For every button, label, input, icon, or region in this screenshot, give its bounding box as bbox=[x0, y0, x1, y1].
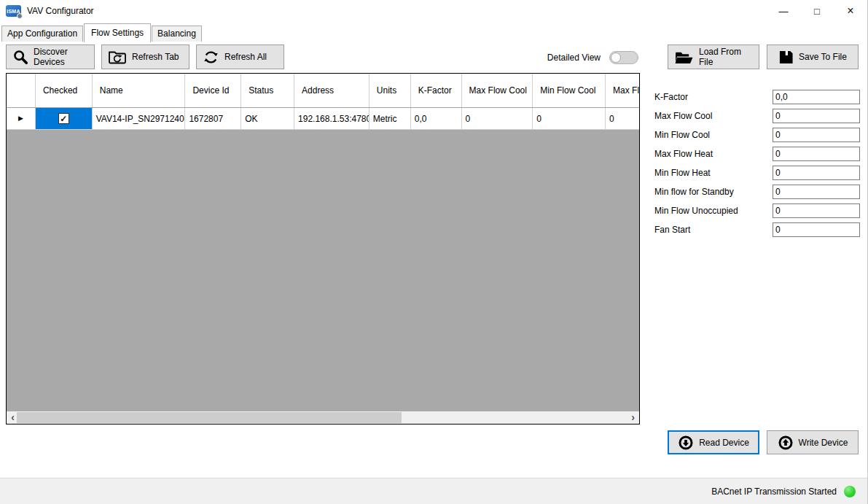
min-flow-cool-label: Min Flow Cool bbox=[654, 130, 773, 140]
download-circle-icon bbox=[678, 435, 694, 451]
read-device-button[interactable]: Read Device bbox=[668, 430, 759, 454]
status-bar: BACnet IP Transmission Started bbox=[0, 478, 867, 504]
fan-start-label: Fan Start bbox=[654, 225, 773, 235]
tab-flow-settings[interactable]: Flow Settings bbox=[84, 23, 151, 42]
scrollbar-thumb[interactable] bbox=[17, 412, 402, 423]
write-device-label: Write Device bbox=[799, 438, 848, 448]
form-row-max-flow-cool: Max Flow Cool bbox=[654, 108, 860, 124]
min-flow-heat-field[interactable] bbox=[773, 166, 860, 180]
column-header-status[interactable]: Status bbox=[241, 74, 294, 107]
load-from-file-button[interactable]: Load From File bbox=[668, 44, 759, 69]
k-factor-label: K-Factor bbox=[654, 92, 773, 102]
form-row-min-flow-cool: Min Flow Cool bbox=[654, 127, 860, 143]
min-flow-cool-field[interactable] bbox=[773, 128, 860, 142]
status-text: BACnet IP Transmission Started bbox=[711, 486, 837, 497]
tab-app-configuration[interactable]: App Configuration bbox=[1, 26, 83, 42]
app-window: ISMA VAV Configurator — □ × App Configur… bbox=[0, 0, 868, 504]
form-row-min-flow-standby: Min flow for Standby bbox=[654, 184, 860, 200]
current-row-pointer-icon: ▶ bbox=[18, 115, 23, 122]
column-header-max-flow-heat[interactable]: Max Flo bbox=[606, 74, 639, 107]
column-header-address[interactable]: Address bbox=[294, 74, 370, 107]
form-row-k-factor: K-Factor bbox=[654, 89, 860, 105]
form-row-fan-start: Fan Start bbox=[654, 222, 860, 238]
device-checkbox[interactable]: ✓ bbox=[58, 113, 69, 124]
detailed-view-toggle[interactable] bbox=[609, 51, 638, 64]
min-flow-standby-field[interactable] bbox=[773, 185, 860, 199]
titlebar: ISMA VAV Configurator — □ × bbox=[0, 0, 867, 22]
units-cell[interactable]: Metric bbox=[370, 108, 411, 129]
check-icon: ✓ bbox=[60, 115, 67, 123]
min-flow-heat-label: Min Flow Heat bbox=[654, 168, 773, 178]
detailed-view-label: Detailed View bbox=[547, 53, 601, 63]
min-flow-unoccupied-label: Min Flow Unoccupied bbox=[654, 206, 773, 216]
scroll-right-icon[interactable]: › bbox=[627, 411, 639, 424]
close-button[interactable]: × bbox=[834, 0, 867, 22]
load-from-file-label: Load From File bbox=[699, 47, 753, 67]
save-to-file-label: Save To File bbox=[799, 52, 847, 62]
horizontal-scrollbar[interactable]: ‹ › bbox=[7, 411, 639, 424]
k-factor-cell[interactable]: 0,0 bbox=[411, 108, 462, 129]
max-flow-heat-field[interactable] bbox=[773, 147, 860, 161]
max-flow-cool-field[interactable] bbox=[773, 109, 860, 123]
address-cell[interactable]: 192.168.1.53:47808 bbox=[294, 108, 370, 129]
app-logo-icon: ISMA bbox=[6, 5, 21, 17]
status-cell[interactable]: OK bbox=[241, 108, 294, 129]
column-header-device-id[interactable]: Device Id bbox=[185, 74, 241, 107]
name-cell[interactable]: VAV14-IP_SN2971240039 bbox=[93, 108, 186, 129]
column-header-k-factor[interactable]: K-Factor bbox=[411, 74, 462, 107]
detailed-view-group: Detailed View bbox=[503, 50, 638, 66]
discover-devices-label: Discover Devices bbox=[34, 47, 88, 67]
refresh-tab-button[interactable]: Refresh Tab bbox=[101, 44, 189, 69]
refresh-tab-label: Refresh Tab bbox=[132, 52, 179, 62]
write-device-button[interactable]: Write Device bbox=[767, 430, 859, 454]
device-grid: Checked Name Device Id Status Address Un… bbox=[6, 73, 640, 424]
flow-settings-form: K-Factor Max Flow Cool Min Flow Cool Max… bbox=[654, 89, 860, 241]
max-flow-heat-cell[interactable]: 0 bbox=[606, 108, 639, 129]
row-header-cell[interactable]: ▶ bbox=[7, 108, 36, 129]
open-folder-icon bbox=[674, 50, 694, 65]
column-header-max-flow-cool[interactable]: Max Flow Cool bbox=[462, 74, 533, 107]
form-row-max-flow-heat: Max Flow Heat bbox=[654, 146, 860, 162]
fan-start-field[interactable] bbox=[773, 222, 860, 237]
min-flow-standby-label: Min flow for Standby bbox=[654, 187, 773, 197]
discover-devices-button[interactable]: Discover Devices bbox=[6, 44, 95, 69]
window-controls: — □ × bbox=[767, 0, 867, 22]
min-flow-cool-cell[interactable]: 0 bbox=[533, 108, 606, 129]
grid-header-row: Checked Name Device Id Status Address Un… bbox=[7, 74, 639, 108]
device-id-cell[interactable]: 1672807 bbox=[185, 108, 241, 129]
grid-corner-header bbox=[7, 74, 36, 107]
save-to-file-button[interactable]: Save To File bbox=[767, 44, 859, 69]
k-factor-field[interactable] bbox=[773, 90, 860, 104]
search-icon bbox=[12, 49, 28, 65]
tab-strip: App Configuration Flow Settings Balancin… bbox=[1, 23, 203, 42]
grid-empty-area bbox=[7, 130, 639, 411]
toggle-knob-icon bbox=[611, 53, 621, 63]
form-row-min-flow-unoccupied: Min Flow Unoccupied bbox=[654, 203, 860, 219]
max-flow-heat-label: Max Flow Heat bbox=[654, 149, 773, 159]
table-row[interactable]: ▶ ✓ VAV14-IP_SN2971240039 1672807 OK 192… bbox=[7, 108, 639, 130]
maximize-button[interactable]: □ bbox=[800, 0, 834, 22]
upload-circle-icon bbox=[778, 435, 794, 451]
min-flow-unoccupied-field[interactable] bbox=[773, 203, 860, 218]
save-disk-icon bbox=[778, 50, 794, 65]
column-header-min-flow-cool[interactable]: Min Flow Cool bbox=[533, 74, 606, 107]
column-header-name[interactable]: Name bbox=[93, 74, 186, 107]
form-row-min-flow-heat: Min Flow Heat bbox=[654, 165, 860, 181]
folder-refresh-icon bbox=[108, 49, 127, 65]
minimize-button[interactable]: — bbox=[767, 0, 800, 22]
connection-status-icon bbox=[844, 486, 856, 497]
max-flow-cool-cell[interactable]: 0 bbox=[462, 108, 533, 129]
window-title: VAV Configurator bbox=[27, 6, 94, 16]
refresh-all-label: Refresh All bbox=[224, 52, 267, 62]
toolbar: Discover Devices Refresh Tab bbox=[6, 44, 284, 69]
checked-cell[interactable]: ✓ bbox=[36, 108, 93, 129]
tab-balancing[interactable]: Balancing bbox=[152, 26, 202, 42]
refresh-all-icon bbox=[203, 49, 219, 66]
max-flow-cool-label: Max Flow Cool bbox=[654, 111, 773, 121]
read-device-label: Read Device bbox=[699, 438, 749, 448]
column-header-units[interactable]: Units bbox=[370, 74, 411, 107]
logo-text: ISMA bbox=[7, 9, 20, 14]
refresh-all-button[interactable]: Refresh All bbox=[196, 44, 284, 69]
column-header-checked[interactable]: Checked bbox=[36, 74, 93, 107]
